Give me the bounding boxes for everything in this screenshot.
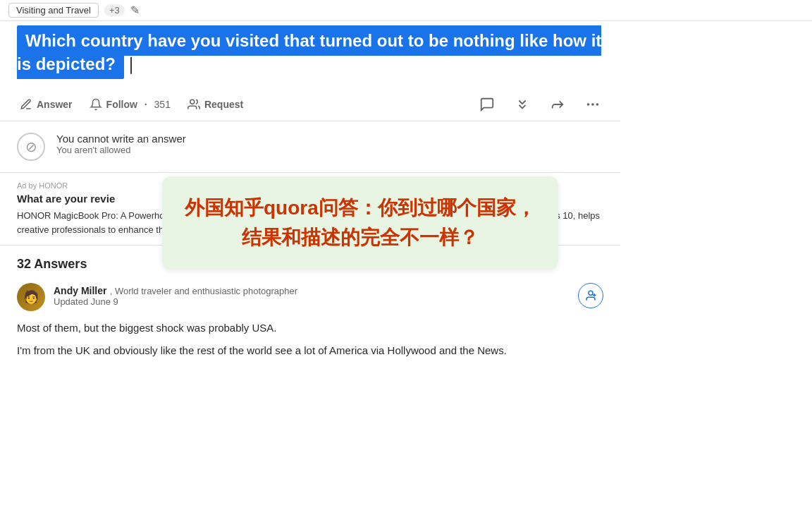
question-title: Which country have you visited that turn… — [17, 25, 601, 79]
top-bar: Visiting and Travel +3 ✎ — [0, 0, 812, 21]
svg-point-2 — [591, 103, 594, 106]
overlay-tooltip: 外国知乎quora问答：你到过哪个国家，结果和描述的完全不一样？ — [162, 176, 558, 270]
overlay-text: 外国知乎quora问答：你到过哪个国家，结果和描述的完全不一样？ — [185, 193, 536, 253]
follow-button[interactable]: Follow · 351 — [87, 94, 173, 115]
cannot-answer-text: You cannot write an answer — [56, 133, 186, 145]
cannot-answer-info: You cannot write an answer You aren't al… — [56, 133, 186, 155]
comment-icon — [479, 97, 495, 112]
question-title-wrapper: Which country have you visited that turn… — [17, 30, 603, 77]
answer-button[interactable]: Answer — [17, 94, 75, 115]
more-icon-button[interactable] — [582, 94, 603, 115]
author-date: Updated June 9 — [54, 296, 297, 307]
comment-icon-button[interactable] — [476, 94, 498, 115]
request-icon — [187, 98, 200, 111]
author-info: Andy Miller , World traveler and enthusi… — [54, 283, 603, 308]
follow-author-button[interactable] — [578, 283, 603, 308]
question-section: Which country have you visited that turn… — [0, 21, 620, 77]
svg-point-0 — [190, 99, 195, 104]
avatar: 🧑 — [17, 283, 45, 311]
not-allowed-text: You aren't allowed — [56, 145, 186, 155]
svg-point-1 — [587, 103, 590, 106]
share-icon — [550, 97, 565, 112]
main-content: Which country have you visited that turn… — [0, 21, 812, 376]
downvote-icon-button[interactable] — [512, 94, 533, 115]
no-write-icon: ⊘ — [17, 133, 45, 161]
action-right — [476, 94, 603, 115]
author-name[interactable]: Andy Miller — [54, 285, 106, 296]
answer-text-2: I'm from the UK and obviously like the r… — [17, 342, 603, 359]
follow-icon — [90, 98, 102, 111]
author-meta: Andy Miller , World traveler and enthusi… — [54, 283, 603, 308]
svg-point-3 — [596, 103, 599, 106]
cannot-answer-section: ⊘ You cannot write an answer You aren't … — [0, 121, 620, 173]
answer-author: 🧑 Andy Miller , World traveler and enthu… — [17, 283, 603, 311]
request-button[interactable]: Request — [185, 94, 246, 115]
follow-author-icon — [584, 289, 597, 302]
svg-point-4 — [589, 291, 593, 295]
topic-tag[interactable]: Visiting and Travel — [8, 3, 99, 18]
author-details: Andy Miller , World traveler and enthusi… — [54, 284, 297, 307]
answer-text-1: Most of them, but the biggest shock was … — [17, 320, 603, 337]
share-icon-button[interactable] — [547, 94, 568, 115]
action-left: Answer Follow · 351 Request — [17, 94, 476, 115]
more-icon — [585, 97, 601, 112]
author-cred: , World traveler and enthusiastic photog… — [110, 286, 297, 296]
downvote-icon — [515, 97, 530, 112]
action-bar: Answer Follow · 351 Request — [0, 88, 620, 121]
plus-badge[interactable]: +3 — [104, 4, 125, 16]
answer-icon — [20, 98, 32, 111]
edit-icon[interactable]: ✎ — [130, 4, 140, 17]
